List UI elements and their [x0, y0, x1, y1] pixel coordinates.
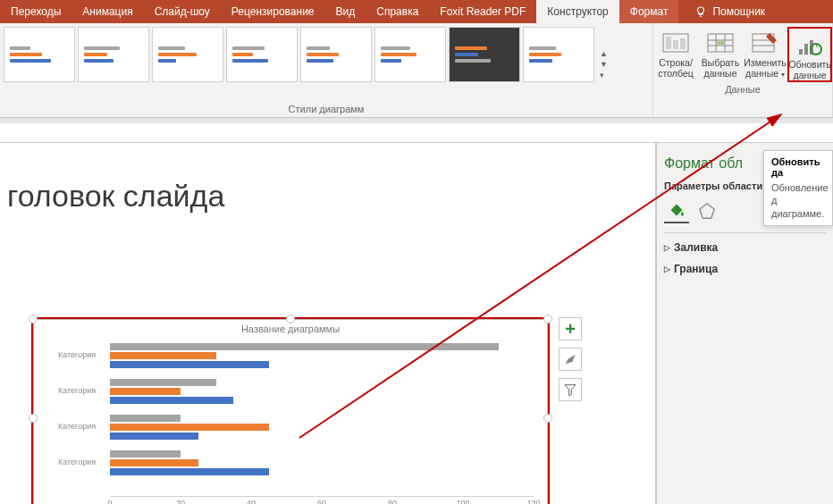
chart-bar[interactable] [110, 397, 233, 404]
paint-bucket-icon [667, 200, 686, 220]
chart-bar[interactable] [110, 379, 216, 386]
tab-transitions[interactable]: Переходы [0, 0, 72, 23]
chart-add-element-button[interactable]: + [559, 317, 582, 340]
chart-bar[interactable] [110, 361, 269, 368]
chart-bar[interactable] [110, 388, 181, 395]
chart-style-thumb[interactable] [78, 27, 149, 82]
chart-category-label: Категория [58, 458, 96, 466]
chart-x-tick: 80 [388, 499, 397, 504]
chart-style-thumb[interactable] [152, 27, 223, 82]
edit-data-icon [751, 30, 779, 55]
switch-row-column-button[interactable]: Строка/столбец [653, 27, 698, 82]
ribbon: ▲▼▾ Стили диаграмм Строка/столбец Выбрат… [0, 23, 833, 118]
refresh-data-tooltip: Обновить да Обновление ддиаграмме. [763, 150, 833, 226]
chart-bar[interactable] [110, 459, 198, 466]
chart-bar[interactable] [110, 450, 181, 458]
lightbulb-icon [694, 5, 707, 18]
chart-style-thumb[interactable] [374, 27, 446, 82]
pentagon-icon [697, 201, 717, 221]
chart-category-row: Категория [110, 411, 534, 443]
chart-style-thumb[interactable] [300, 27, 372, 82]
chart-style-thumb[interactable] [449, 27, 520, 82]
chart-styles-gallery: ▲▼▾ [0, 23, 652, 102]
tab-help[interactable]: Справка [366, 0, 429, 23]
chart-category-label: Категория [58, 422, 96, 431]
chart-style-thumb[interactable] [523, 27, 594, 82]
tab-slideshow[interactable]: Слайд-шоу [144, 0, 221, 23]
group-title-styles: Стили диаграмм [0, 102, 652, 117]
chart-style-thumb[interactable] [226, 27, 298, 82]
group-title-data: Данные [653, 82, 832, 97]
tell-me-helper[interactable]: Помощник [684, 0, 776, 23]
chart-object[interactable]: Название диаграммы КатегорияКатегорияКат… [31, 317, 550, 504]
chart-x-tick: 40 [247, 499, 256, 504]
group-chart-styles: ▲▼▾ Стили диаграмм [0, 23, 653, 117]
chart-x-tick: 60 [317, 499, 326, 504]
tab-format[interactable]: Формат [619, 0, 679, 23]
chart-category-label: Категория [58, 350, 96, 359]
svg-rect-9 [717, 41, 724, 45]
section-border[interactable]: Граница [664, 258, 826, 280]
refresh-data-button[interactable]: Обновитьданные [787, 27, 832, 82]
chart-x-tick: 0 [107, 499, 112, 504]
effects-tab[interactable] [694, 198, 719, 223]
chart-category-row: Категория [110, 375, 534, 407]
horizontal-ruler [0, 123, 833, 143]
tab-animation[interactable]: Анимация [72, 0, 143, 23]
refresh-data-icon [795, 32, 824, 57]
slide-canvas[interactable]: головок слайда Название диаграммы Катего… [0, 143, 656, 504]
svg-rect-1 [666, 37, 671, 49]
chart-bar[interactable] [110, 415, 181, 422]
chart-x-tick: 120 [526, 499, 540, 504]
tab-designer[interactable]: Конструктор [536, 0, 618, 23]
select-data-button[interactable]: Выбратьданные [698, 27, 743, 82]
tab-foxit[interactable]: Foxit Reader PDF [429, 0, 536, 23]
svg-rect-3 [680, 38, 686, 49]
chart-category-row: Категория [110, 447, 534, 479]
chart-category-label: Категория [58, 386, 96, 395]
slide-title-text[interactable]: головок слайда [0, 143, 655, 214]
chart-bar[interactable] [110, 424, 269, 431]
svg-rect-13 [799, 49, 803, 55]
section-fill[interactable]: Заливка [664, 237, 826, 258]
chart-title[interactable]: Название диаграммы [34, 323, 547, 334]
chart-filter-button[interactable] [559, 378, 582, 401]
tab-view[interactable]: Вид [325, 0, 366, 23]
svg-rect-14 [804, 44, 808, 55]
svg-rect-2 [673, 40, 678, 49]
ribbon-tabs: Переходы Анимация Слайд-шоу Рецензирован… [0, 0, 833, 23]
chevron-down-icon: ▾ [781, 71, 785, 79]
styles-gallery-more[interactable]: ▲▼▾ [597, 27, 610, 102]
chart-floating-tools: + [559, 317, 582, 401]
chart-styles-button[interactable] [559, 348, 582, 371]
funnel-icon [563, 382, 577, 397]
chart-bar[interactable] [110, 433, 198, 440]
chart-x-tick: 20 [176, 499, 185, 504]
chart-bar[interactable] [110, 468, 269, 475]
select-data-icon [706, 30, 735, 55]
chart-style-thumb[interactable] [4, 27, 75, 82]
edit-data-button[interactable]: Изменитьданные ▾ [743, 27, 787, 82]
fill-line-tab[interactable] [664, 198, 689, 223]
group-data: Строка/столбец Выбратьданные Изменитьдан… [653, 23, 833, 117]
chart-x-tick: 100 [456, 499, 469, 504]
chart-category-row: Категория [110, 340, 534, 372]
chart-bar[interactable] [110, 352, 216, 359]
switch-row-column-icon [661, 30, 690, 55]
brush-icon [563, 352, 577, 366]
tab-review[interactable]: Рецензирование [221, 0, 325, 23]
chart-bar[interactable] [110, 343, 499, 350]
